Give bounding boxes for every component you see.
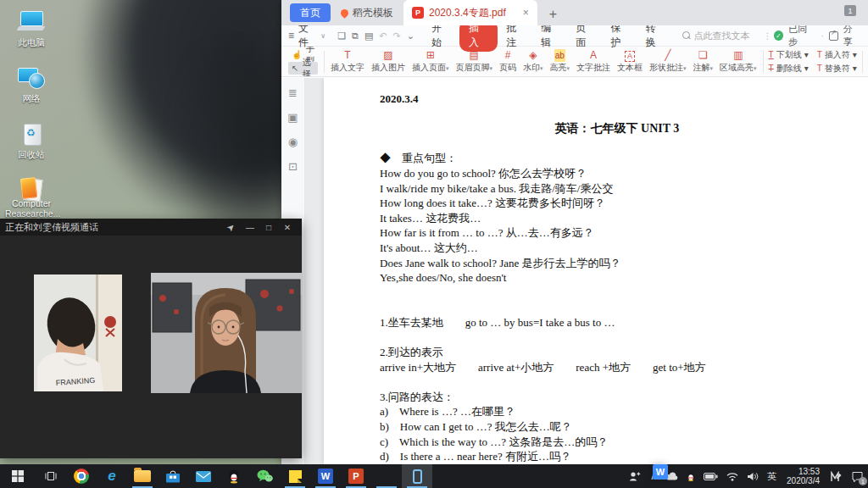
hamburger-menu-icon[interactable]: ≡ <box>288 30 294 42</box>
ribbon-button[interactable]: ▤ 页眉页脚▾ <box>453 47 497 76</box>
ribbon-button-icon: T <box>344 49 350 62</box>
taskbar-sticky-notes[interactable] <box>280 464 310 488</box>
sidebar-panel-icon[interactable]: ◉ <box>288 136 298 148</box>
cloud-sync-icon: ✓ <box>774 30 784 41</box>
ribbon-small-button[interactable]: T 下划线 ▾ <box>766 48 811 62</box>
ribbon-button[interactable]: ╱ 形状批注▾ <box>646 47 690 76</box>
ribbon-button[interactable]: # 页码 <box>496 47 520 76</box>
task-view-button[interactable] <box>36 464 66 488</box>
taskbar-your-phone-active[interactable] <box>402 464 432 488</box>
video-call-window: 正在和刘雯倩视频通话 ➤ — □ ✕ FRANKING <box>0 219 302 458</box>
taskbar-qq[interactable] <box>219 464 249 488</box>
pdf-viewer-area[interactable]: 2020.3.4英语：七年级下 UNIT 3◆ 重点句型：How do you … <box>305 78 868 464</box>
search-options-icon[interactable]: ⋮ <box>764 31 772 41</box>
taskbar-powerpoint[interactable]: P <box>341 464 371 488</box>
battery-icon[interactable] <box>699 464 722 488</box>
wifi-icon[interactable] <box>722 464 743 488</box>
find-text-box[interactable]: ⋮ <box>682 30 772 41</box>
sidebar-panel-icon[interactable]: ⊡ <box>288 160 298 173</box>
ribbon-button-label: 插入图片 <box>371 63 405 72</box>
volume-icon[interactable] <box>743 464 763 488</box>
notification-count-badge[interactable]: 1 <box>844 5 856 16</box>
document-text-line: How long does it take…? 这要花费多长时间呀？ <box>380 196 868 211</box>
document-text-line: It's about… 这大约… <box>380 241 868 256</box>
taskbar-mail[interactable] <box>188 464 219 488</box>
notification-center-button[interactable]: 1 <box>847 464 868 488</box>
ribbon-button[interactable]: ⊞ 插入页面▾ <box>409 47 453 76</box>
people-icon[interactable] <box>625 464 646 488</box>
sync-status-label[interactable]: 已同步 <box>788 23 815 48</box>
start-button[interactable] <box>0 464 36 488</box>
ribbon-small-button[interactable]: T 插入符 ▾ <box>815 48 860 62</box>
ribbon-button-icon: ▥ <box>733 49 743 62</box>
document-text-line: 2020.3.4 <box>380 92 868 107</box>
ribbon-button[interactable]: A 文字批注 <box>573 47 614 76</box>
quick-tool-icon[interactable]: ❏ <box>337 30 346 42</box>
taskbar-wechat[interactable] <box>249 464 280 488</box>
quick-tool-icon[interactable]: ⧉ <box>352 30 359 42</box>
word-icon: W <box>318 469 333 484</box>
quick-tool-icon[interactable]: ↷ <box>393 30 401 42</box>
desktop-icon-image <box>17 63 46 92</box>
minimize-button[interactable]: — <box>241 219 259 235</box>
sidebar-panel-icon[interactable]: ≣ <box>288 86 298 99</box>
ribbon-small-button[interactable]: T 替换符 ▾ <box>815 62 860 75</box>
ribbon-button[interactable]: ab 高亮▾ <box>547 47 574 76</box>
ribbon-button[interactable]: ▨ 插入图片 <box>368 47 409 76</box>
taskbar-wps[interactable]: W <box>371 464 402 488</box>
ribbon-button[interactable]: ▥ 区域高亮▾ <box>716 47 760 76</box>
document-text-line: 3.问路的表达： <box>380 390 868 405</box>
document-text-line <box>380 374 868 390</box>
taskbar-clock[interactable]: 13:53 2020/3/4 <box>781 467 826 485</box>
search-input[interactable] <box>694 30 760 41</box>
document-text-line: arrive in+大地方 arrive at+小地方 reach +地方 ge… <box>380 360 868 375</box>
maximize-button[interactable]: □ <box>259 219 278 235</box>
ribbon-button[interactable]: ❏ 注解▾ <box>690 47 717 76</box>
quick-tool-icon[interactable]: ↶ <box>379 30 387 42</box>
ribbon-button[interactable]: A 文本框 <box>614 47 646 76</box>
windows-ink-icon[interactable] <box>826 464 847 488</box>
taskbar-word[interactable]: W <box>310 464 341 488</box>
select-tool-button[interactable]: ↖ 选择 <box>288 62 318 75</box>
taskbar-edge[interactable]: e <box>97 464 127 488</box>
taskbar: e <box>0 464 868 488</box>
desktop-icon[interactable]: 回收站 <box>5 119 58 163</box>
taskbar-store[interactable] <box>158 464 188 488</box>
taskbar-file-explorer[interactable] <box>127 464 158 488</box>
desktop-icon-label: 回收站 <box>18 149 45 159</box>
share-button[interactable]: 分享 <box>843 23 861 48</box>
sidebar-panel-icon[interactable]: ▣ <box>287 111 298 124</box>
ribbon-button-icon: ▨ <box>383 49 392 62</box>
docer-flame-icon <box>339 8 350 19</box>
desktop-icon[interactable]: Computer Reasearche... <box>5 175 58 219</box>
pin-window-button[interactable]: ➤ <box>222 219 241 235</box>
tab-close-icon[interactable]: × <box>523 7 529 19</box>
ribbon-button[interactable]: ◈ 水印▾ <box>520 47 547 76</box>
video-call-titlebar[interactable]: 正在和刘雯倩视频通话 ➤ — □ ✕ <box>0 219 302 236</box>
document-text-line: a) Where is …? …在哪里？ <box>380 404 868 419</box>
tab-home[interactable]: 首页 <box>290 3 331 22</box>
desktop-icon[interactable]: 网络 <box>5 63 58 107</box>
new-tab-button[interactable]: + <box>549 7 557 22</box>
ribbon-small-button[interactable]: T 删除线 ▾ <box>766 62 811 75</box>
desktop-icon[interactable]: 此电脑 <box>5 7 58 51</box>
wps-menu-bar: ≡ 文件 ∨ ❏⧉▤↶↷⌄ 开始插入批注编辑页面保护转换 ⋮ ✓ 已同步 · <box>281 25 868 47</box>
quick-toolbar: ❏⧉▤↶↷⌄ <box>337 30 415 42</box>
quick-tool-icon[interactable]: ⌄ <box>407 30 415 42</box>
windows-logo-icon <box>12 470 24 482</box>
task-view-icon <box>45 471 57 481</box>
cursor-icon: ↖ <box>292 64 298 73</box>
tab-pdf-document[interactable]: P 2020.3.4专题.pdf × <box>403 0 537 25</box>
ribbon-small-buttons: T 下划线 ▾ T 删除线 ▾ T 插入符 ▾ <box>766 48 860 75</box>
tab-docer-templates[interactable]: 稻壳模板 <box>331 0 403 25</box>
close-button[interactable]: ✕ <box>278 219 297 235</box>
qq-tray-icon[interactable] <box>682 464 699 488</box>
input-language-indicator[interactable]: 英 <box>763 464 781 488</box>
quick-tool-icon[interactable]: ▤ <box>364 30 373 42</box>
file-menu[interactable]: 文件 ∨ <box>298 21 326 50</box>
ribbon-button[interactable]: T 插入文字 <box>327 47 368 76</box>
taskbar-chrome[interactable] <box>66 464 97 488</box>
ribbon-button-label: 文字批注 <box>576 63 610 72</box>
video-feed-remote: FRANKING <box>34 274 122 391</box>
qq-icon <box>227 469 241 484</box>
